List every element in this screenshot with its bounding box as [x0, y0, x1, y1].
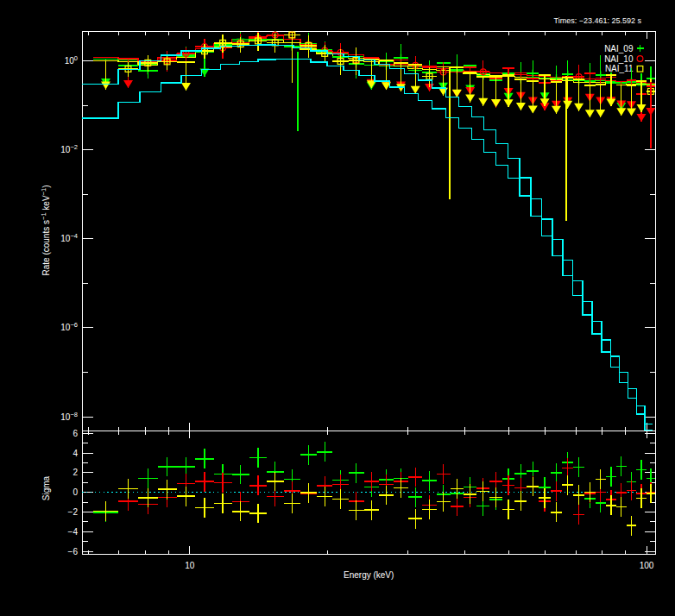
svg-text:Energy (keV): Energy (keV) [344, 570, 394, 580]
svg-text:Sigma: Sigma [41, 475, 51, 500]
svg-text:−6: −6 [68, 547, 79, 556]
svg-text:NAI_10: NAI_10 [604, 54, 634, 64]
svg-text:2: 2 [73, 468, 78, 477]
svg-text:0: 0 [73, 487, 78, 497]
svg-text:10: 10 [185, 561, 195, 570]
svg-text:−2: −2 [68, 507, 79, 517]
svg-text:NAI_11: NAI_11 [605, 64, 634, 73]
svg-text:Times: −23.461: 25.592 s: Times: −23.461: 25.592 s [554, 16, 642, 25]
svg-text:4: 4 [73, 449, 78, 458]
svg-text:6: 6 [73, 429, 78, 438]
svg-text:NAI_09: NAI_09 [604, 44, 634, 53]
svg-text:Rate (counts s−1 keV−1): Rate (counts s−1 keV−1) [40, 185, 51, 276]
svg-text:100: 100 [640, 561, 654, 570]
svg-text:−4: −4 [68, 527, 79, 537]
